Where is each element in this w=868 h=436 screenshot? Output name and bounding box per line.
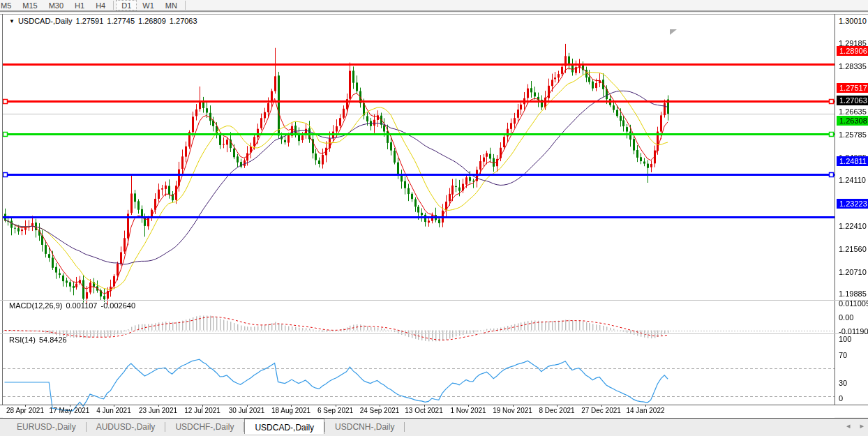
price-axis-separator <box>835 14 835 405</box>
date-axis-label: 6 Sep 2021 <box>317 407 353 414</box>
date-axis-label: 1 Nov 2021 <box>450 407 486 414</box>
price-axis-tick: 1.26635 <box>839 107 867 116</box>
timeframe-button-mn[interactable]: MN <box>160 0 183 10</box>
date-axis-label: 24 Sep 2021 <box>360 407 400 414</box>
macd-axis-tick: 0.011009 <box>839 299 868 308</box>
price-axis-tick: 1.25785 <box>839 130 867 139</box>
timeframe-button-m5[interactable]: M5 <box>0 0 17 10</box>
rsi-axis-tick: 100 <box>839 335 851 343</box>
date-axis-label: 19 Nov 2021 <box>493 407 532 414</box>
timeframe-button-m15[interactable]: M15 <box>17 0 43 10</box>
tab-scroll-right-icon[interactable]: ▸ <box>860 422 864 430</box>
rsi-indicator-label: RSI(14) 54.8426 <box>9 336 67 344</box>
date-axis-label: 27 Dec 2021 <box>581 407 621 414</box>
toolbar-separator <box>113 1 114 10</box>
timeframe-button-w1[interactable]: W1 <box>137 0 160 10</box>
rsi-axis-tick: 0 <box>839 394 843 403</box>
tab-separator <box>404 422 405 432</box>
chart-left-border <box>2 14 3 405</box>
date-axis-label: 8 Dec 2021 <box>539 407 574 414</box>
price-axis-tick: 1.24110 <box>839 176 866 184</box>
ohlc-close: 1.27063 <box>170 17 197 25</box>
symbol-tab-eurusd[interactable]: EURUSD-,Daily <box>7 419 86 434</box>
current-price-badge: 1.27063 <box>837 96 868 105</box>
price-axis-tick: 1.28335 <box>839 62 867 70</box>
chart-window <box>0 13 868 417</box>
rsi-axis-tick: 30 <box>839 379 847 387</box>
date-axis-label: 17 May 2021 <box>50 407 90 414</box>
rsi-name: RSI(14) <box>9 336 36 344</box>
date-axis-line <box>0 405 868 405</box>
date-axis-label: 23 Jun 2021 <box>139 407 177 414</box>
level-price-badge: 1.24811 <box>837 156 868 166</box>
symbol-tab-audusd[interactable]: AUDUSD-,Daily <box>87 419 165 434</box>
tab-scrollers: ◂ ▸ <box>846 422 864 430</box>
toolbar-separator <box>185 1 186 10</box>
level-price-badge: 1.27517 <box>837 83 868 93</box>
macd-panel-separator[interactable] <box>0 300 868 301</box>
date-axis-label: 4 Jun 2021 <box>96 407 131 414</box>
timeframe-button-d1[interactable]: D1 <box>116 0 137 10</box>
price-axis-tick: 1.19885 <box>839 290 867 298</box>
date-axis-label: 14 Jan 2022 <box>626 407 664 414</box>
ohlc-open: 1.27591 <box>76 17 104 25</box>
chart-top-border <box>0 14 868 15</box>
symbol-label: USDCAD-,Daily <box>18 17 73 25</box>
symbol-tab-usdcnh[interactable]: USDCNH-,Daily <box>325 419 404 434</box>
level-price-badge: 1.23223 <box>837 199 868 209</box>
level-price-badge: 1.28906 <box>837 46 868 56</box>
ohlc-high: 1.27745 <box>107 17 135 25</box>
trading-platform-window: M5M15M30H1H4D1W1MN ▼ USDCAD-,Daily 1.275… <box>0 0 868 436</box>
timeframe-button-h1[interactable]: H1 <box>69 0 90 10</box>
price-axis-tick: 1.30010 <box>839 17 867 25</box>
date-axis-label: 18 Aug 2021 <box>271 407 310 414</box>
price-axis-tick: 1.22410 <box>839 222 867 230</box>
macd-axis-tick: 0.00 <box>839 313 853 322</box>
date-axis-label: 28 Apr 2021 <box>6 407 44 414</box>
chevron-down-icon[interactable]: ▼ <box>9 18 15 24</box>
timeframe-toolbar: M5M15M30H1H4D1W1MN <box>0 0 868 12</box>
macd-signal-value: -0.002640 <box>101 301 136 310</box>
ohlc-low: 1.26809 <box>138 17 166 25</box>
rsi-axis-tick: 70 <box>839 351 847 359</box>
date-axis-label: 12 Jul 2021 <box>184 407 220 414</box>
date-axis-label: 13 Oct 2021 <box>405 407 442 414</box>
price-axis-tick: 1.20710 <box>839 268 867 276</box>
timeframe-button-h4[interactable]: H4 <box>90 0 111 10</box>
macd-indicator-label: MACD(12,26,9) 0.001107 -0.002640 <box>9 301 135 310</box>
price-axis-tick: 1.21560 <box>839 245 867 253</box>
macd-name: MACD(12,26,9) <box>9 301 62 310</box>
tab-scroll-left-icon[interactable]: ◂ <box>846 422 851 430</box>
candlestick-chart-canvas[interactable] <box>3 27 835 418</box>
date-axis-label: 30 Jul 2021 <box>229 407 265 414</box>
symbol-tab-usdcad[interactable]: USDCAD-,Daily <box>244 419 324 434</box>
rsi-value: 54.8426 <box>39 336 67 344</box>
rsi-panel-separator[interactable] <box>0 333 868 334</box>
macd-value: 0.001107 <box>66 301 97 310</box>
symbol-tab-usdchf[interactable]: USDCHF-,Daily <box>165 419 244 434</box>
level-price-badge: 1.26308 <box>837 116 868 126</box>
symbol-tabbar: EURUSD-,DailyAUDUSD-,DailyUSDCHF-,DailyU… <box>0 418 868 436</box>
chart-title: ▼ USDCAD-,Daily 1.27591 1.27745 1.26809 … <box>9 17 197 25</box>
timeframe-button-m30[interactable]: M30 <box>43 0 69 10</box>
